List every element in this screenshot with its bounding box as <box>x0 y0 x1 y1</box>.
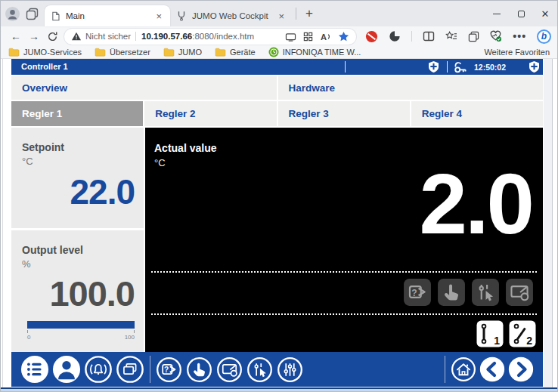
dotted-separator <box>151 313 537 315</box>
bookmark-infoniqa[interactable]: INFONIQA TIME W... <box>268 47 361 57</box>
tab-hardware[interactable]: Hardware <box>278 76 544 100</box>
browser-tab-jumo-web-cockpit[interactable]: JUMO Web Cockpit × <box>170 5 293 26</box>
app-toolbar <box>11 352 543 387</box>
main-menu-icon[interactable] <box>20 355 49 384</box>
parameter-icon[interactable] <box>246 357 273 383</box>
adblock-extension-icon[interactable] <box>365 30 378 43</box>
bookmarks-bar: JUMO-Services Übersetzer JUMO Geräte INF… <box>1 46 557 59</box>
toolbar-left-group <box>20 355 144 384</box>
tab-close-icon[interactable]: × <box>276 11 287 22</box>
bookmark-folder-uebersetzer[interactable]: Übersetzer <box>95 48 150 57</box>
clock-time: 12:50:02 <box>474 63 506 72</box>
favorite-star-icon[interactable] <box>338 31 349 42</box>
header-divider <box>447 61 448 73</box>
browser-tab-main[interactable]: Main × <box>45 5 170 26</box>
new-tab-button[interactable]: + <box>299 6 319 21</box>
maximize-button[interactable] <box>509 1 533 26</box>
autotune-icon[interactable] <box>403 278 432 307</box>
autotune-icon[interactable] <box>156 357 182 383</box>
bookmark-folder-jumo[interactable]: JUMO <box>163 48 202 57</box>
browser-essentials-icon[interactable] <box>489 30 502 42</box>
workspaces-icon[interactable] <box>26 8 39 20</box>
scale-min-label: 0 <box>27 334 30 341</box>
profile-avatar-icon[interactable] <box>5 7 20 21</box>
tab-regler-3[interactable]: Regler 3 <box>278 101 410 126</box>
tab-title: JUMO Web Cockpit <box>192 11 276 20</box>
actual-value-panel[interactable]: Actual value °C 2.0 <box>145 128 543 352</box>
controller-tab-row: Regler 1 Regler 2 Regler 3 Regler 4 <box>11 101 543 126</box>
svg-text:A: A <box>321 32 327 42</box>
window-controls: ✕ <box>485 1 557 26</box>
controller-title: Controller 1 <box>21 62 68 71</box>
bookmark-folder-geraete[interactable]: Geräte <box>215 48 256 57</box>
home-icon[interactable] <box>451 357 476 382</box>
app-header: Controller 1 12:50:02 <box>11 59 543 75</box>
more-menu-icon[interactable]: ••• <box>513 30 526 42</box>
screens-icon[interactable] <box>116 355 144 384</box>
tab-regler-1[interactable]: Regler 1 <box>11 101 143 126</box>
header-divider <box>345 61 346 73</box>
read-aloud-icon[interactable]: A <box>320 32 331 42</box>
favorites-hub-icon[interactable] <box>445 31 457 42</box>
jumo-favicon-icon <box>176 11 187 21</box>
forward-icon[interactable] <box>508 357 534 382</box>
output-panel[interactable]: Output level % 100.0 0 100 <box>11 230 144 352</box>
actual-label: Actual value <box>154 142 216 154</box>
close-window-button[interactable]: ✕ <box>533 1 557 26</box>
bookmark-folder-jumo-services[interactable]: JUMO-Services <box>8 48 82 57</box>
minimize-button[interactable] <box>485 1 509 26</box>
browser-tab-strip: Main × JUMO Web Cockpit × + ✕ <box>1 1 557 26</box>
program-icon[interactable] <box>216 357 243 383</box>
not-secure-warning-icon[interactable] <box>71 32 82 41</box>
back-icon[interactable]: ← <box>7 30 25 42</box>
back-icon[interactable] <box>479 357 505 382</box>
forward-icon[interactable]: → <box>25 30 43 42</box>
left-column: Setpoint °C 22.0 Output level % 100.0 0 <box>11 128 144 352</box>
tab-close-icon[interactable]: × <box>153 11 164 22</box>
security-label: Nicht sicher <box>85 32 131 41</box>
folder-icon <box>95 48 106 57</box>
shield-plus-icon[interactable] <box>429 61 439 73</box>
page-left-edge <box>2 59 3 387</box>
folder-icon <box>8 48 20 57</box>
user-icon[interactable] <box>52 355 81 384</box>
tab-regler-4[interactable]: Regler 4 <box>411 101 543 126</box>
configuration-icon[interactable] <box>277 357 303 383</box>
url-rest: :8080/index.htm <box>192 32 254 41</box>
toolbar-middle-group <box>156 357 303 383</box>
copilot-icon[interactable]: b <box>537 29 551 44</box>
manual-mode-icon[interactable] <box>437 278 466 307</box>
svg-text:2: 2 <box>526 335 532 347</box>
tab-overview[interactable]: Overview <box>11 76 277 100</box>
output-value: 100.0 <box>22 276 135 311</box>
setpoint-value: 22.0 <box>22 174 135 209</box>
split-screen-icon[interactable] <box>423 31 435 42</box>
manual-mode-icon[interactable] <box>186 357 212 383</box>
binary-output-1-closed-icon: 1 <box>476 320 504 347</box>
collections-icon[interactable] <box>468 31 479 42</box>
nav-tab-row: Overview Hardware <box>11 76 543 100</box>
web-page: Controller 1 12:50:02 Overview Hardware … <box>1 59 557 387</box>
page-scrollbar[interactable] <box>544 59 553 387</box>
browser-window: Main × JUMO Web Cockpit × + ✕ ← → Ni <box>0 0 558 392</box>
binary-output-2-open-icon: 2 <box>509 320 536 347</box>
setpoint-unit: °C <box>22 156 135 167</box>
jumo-app: Controller 1 12:50:02 Overview Hardware … <box>11 59 543 387</box>
output-label: Output level <box>22 244 135 256</box>
tab-regler-2[interactable]: Regler 2 <box>144 101 276 126</box>
page-favicon-icon <box>51 11 60 22</box>
program-icon[interactable] <box>505 278 534 307</box>
shield-plus-icon[interactable] <box>529 61 539 73</box>
address-bar[interactable]: Nicht sicher 10.190.57.66:8080/index.htm… <box>64 29 356 45</box>
parameter-icon[interactable] <box>471 278 500 307</box>
other-favorites-button[interactable]: Weitere Favoriten <box>484 48 550 57</box>
toolbar-divider <box>150 356 150 383</box>
grid-icon[interactable] <box>303 32 313 42</box>
dark-extension-icon[interactable] <box>389 30 401 42</box>
folder-icon <box>215 48 226 57</box>
alarm-icon[interactable] <box>84 355 113 384</box>
unlock-key-icon[interactable] <box>453 62 468 73</box>
device-icon[interactable] <box>285 32 296 42</box>
refresh-icon[interactable] <box>43 31 61 42</box>
setpoint-panel[interactable]: Setpoint °C 22.0 <box>11 128 144 228</box>
